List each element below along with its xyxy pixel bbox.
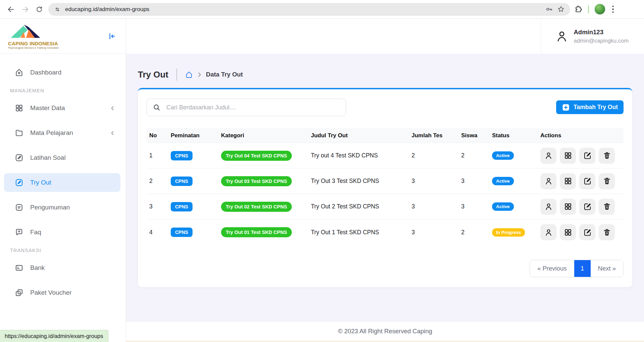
breadcrumb-home-icon[interactable] — [185, 71, 193, 79]
row-modules-button[interactable] — [560, 224, 576, 240]
bookmark-star-icon[interactable] — [557, 5, 565, 13]
cell-kategori: Try Out 01 Test SKD CPNS — [218, 227, 308, 237]
peminatan-badge: CPNS — [171, 177, 193, 186]
row-delete-button[interactable] — [599, 173, 615, 189]
row-edit-button[interactable] — [579, 173, 595, 189]
sidebar-item-label: Dashboard — [30, 69, 116, 76]
grid-icon — [564, 202, 572, 211]
profile-avatar[interactable] — [594, 4, 605, 15]
sidebar-item-faq[interactable]: Faq — [4, 223, 120, 242]
extensions-icon[interactable] — [574, 5, 583, 13]
sidebar-item-latihan-soal[interactable]: Latihan Soal — [4, 148, 120, 167]
cell-peminatan: CPNS — [168, 177, 218, 186]
cell-actions — [538, 199, 624, 215]
grid-icon — [564, 151, 572, 160]
forward-icon[interactable] — [18, 2, 32, 16]
user-email: admin@capingku.com — [574, 38, 629, 44]
pagination-page-1[interactable]: 1 — [574, 260, 591, 277]
cell-peminatan: CPNS — [168, 202, 218, 211]
row-edit-button[interactable] — [579, 199, 595, 215]
row-edit-button[interactable] — [579, 148, 595, 164]
cell-status: Active — [489, 202, 538, 211]
sidebar-item-dashboard[interactable]: Dashboard — [4, 63, 120, 82]
sidebar-nav: DashboardMANAJEMENMaster DataMata Pelaja… — [0, 54, 126, 342]
grid-icon — [564, 228, 572, 237]
peminatan-badge: CPNS — [171, 228, 193, 237]
cell-siswa: 2 — [459, 229, 489, 236]
edit-icon — [583, 202, 592, 211]
pagination-next[interactable]: Next » — [591, 260, 623, 277]
cell-peminatan: CPNS — [168, 228, 218, 237]
trash-icon — [603, 202, 611, 211]
head-divider — [176, 68, 177, 81]
row-users-button[interactable] — [540, 199, 556, 215]
sidebar-item-label: Pengumuman — [30, 204, 116, 211]
folder-icon — [15, 129, 23, 137]
cell-status: Active — [489, 177, 538, 185]
row-modules-button[interactable] — [560, 173, 576, 189]
row-delete-button[interactable] — [599, 224, 615, 240]
bank-card-icon — [15, 263, 23, 272]
reload-icon[interactable] — [32, 2, 46, 16]
status-badge: Active — [492, 151, 514, 160]
add-tryout-button[interactable]: Tambah Try Out — [556, 100, 624, 114]
table-row-2: 2CPNSTry Out 03 Test SKD CPNSTry Out 3 T… — [147, 168, 624, 194]
search-icon — [153, 103, 161, 111]
sidebar-section-manajemen: MANAJEMEN — [10, 88, 126, 93]
copyright-text: © 2023 All Right Reserved Caping — [338, 328, 432, 335]
cell-jumlah-tes: 3 — [409, 178, 459, 185]
url-bar[interactable]: educaping.id/admin/exam-groups — [48, 3, 570, 16]
col-header-peminatan: Peminatan — [168, 132, 218, 139]
pencil-square-icon — [15, 153, 23, 162]
sidebar-item-try-out[interactable]: Try Out — [4, 173, 120, 192]
sidebar-item-pengumuman[interactable]: Pengumuman — [4, 198, 120, 217]
password-key-icon[interactable] — [545, 5, 553, 13]
row-users-button[interactable] — [540, 148, 556, 164]
chevron-left-icon — [109, 130, 116, 136]
search-input[interactable] — [147, 99, 346, 116]
screen: educaping.id/admin/exam-groups — [0, 0, 644, 342]
person-icon — [544, 202, 553, 211]
row-edit-button[interactable] — [579, 224, 595, 240]
person-icon — [544, 228, 553, 237]
site-settings-icon[interactable] — [54, 6, 61, 13]
person-icon — [544, 151, 553, 160]
col-header-no: No — [147, 132, 168, 139]
peminatan-badge: CPNS — [171, 151, 193, 160]
user-menu[interactable]: Admin123 admin@capingku.com — [541, 19, 644, 54]
row-modules-button[interactable] — [560, 148, 576, 164]
cell-status: Active — [489, 151, 538, 160]
sidebar-collapse-icon[interactable] — [107, 32, 116, 41]
back-icon[interactable] — [4, 2, 18, 16]
sidebar-item-label: Latihan Soal — [30, 154, 116, 161]
cell-jumlah-tes: 2 — [409, 152, 459, 159]
sidebar-item-mata-pelajaran[interactable]: Mata Pelajaran — [4, 124, 120, 142]
col-header-actions: Actions — [538, 132, 624, 139]
col-header-kategori: Kategori — [218, 132, 308, 139]
cell-kategori: Try Out 02 Test SKD CPNS — [218, 202, 308, 212]
pagination-previous[interactable]: « Previous — [530, 260, 574, 277]
caping-logo: CAPING INDONESIA Psychological Services … — [8, 23, 59, 49]
trash-icon — [603, 177, 611, 185]
edit-icon — [583, 151, 592, 160]
row-delete-button[interactable] — [599, 199, 615, 215]
chrome-right-cluster — [574, 4, 617, 15]
link-status-bar: https://educaping.id/admin/exam-groups — [0, 330, 108, 342]
sidebar-item-paket-voucher[interactable]: Paket Voucher — [4, 283, 120, 302]
table-row-1: 1CPNSTry Out 04 Test SKD CPNSTry out 4 T… — [147, 143, 624, 168]
chrome-menu-icon[interactable] — [611, 4, 615, 14]
main-content: Try Out Data Try Out — [126, 54, 644, 322]
grid-icon — [15, 104, 23, 112]
cell-actions — [538, 224, 624, 240]
row-modules-button[interactable] — [560, 199, 576, 215]
brand-tagline: Psychological Services & Training Consul… — [8, 47, 59, 49]
sidebar-item-bank[interactable]: Bank — [4, 258, 120, 277]
sidebar-item-label: Paket Voucher — [30, 289, 116, 296]
row-users-button[interactable] — [540, 173, 556, 189]
topbar: Admin123 admin@capingku.com — [126, 19, 644, 54]
col-header-siswa: Siswa — [459, 132, 489, 139]
sidebar-item-master-data[interactable]: Master Data — [4, 99, 120, 117]
row-delete-button[interactable] — [599, 148, 615, 164]
row-users-button[interactable] — [540, 224, 556, 240]
cell-actions — [538, 173, 624, 189]
